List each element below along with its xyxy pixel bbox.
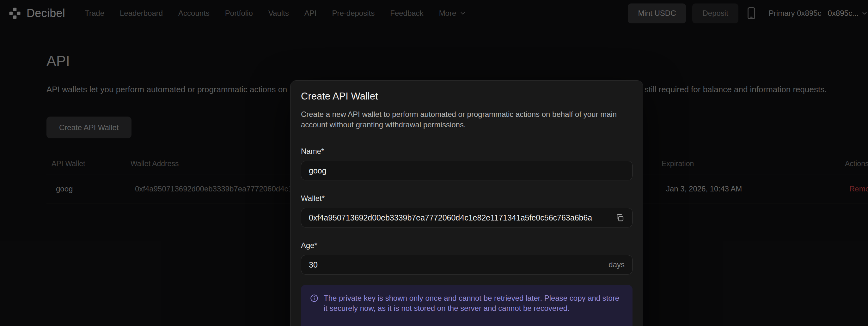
- wallet-input[interactable]: [309, 213, 610, 222]
- notice-text: The private key is shown only once and c…: [324, 293, 624, 313]
- create-api-wallet-modal: Create API Wallet Create a new API walle…: [290, 80, 643, 326]
- wallet-field-group: Wallet*: [301, 194, 632, 227]
- copy-icon: [615, 213, 625, 222]
- age-input-box: days: [301, 255, 632, 274]
- age-input[interactable]: [309, 260, 603, 269]
- modal-title: Create API Wallet: [301, 91, 632, 102]
- age-field-group: Age* days: [301, 241, 632, 274]
- age-unit-suffix: days: [609, 260, 625, 269]
- wallet-input-box: [301, 208, 632, 227]
- wallet-field-label: Wallet*: [301, 194, 632, 203]
- info-icon: [310, 294, 319, 326]
- name-field-group: Name*: [301, 147, 632, 181]
- name-input[interactable]: [309, 166, 625, 175]
- modal-description: Create a new API wallet to perform autom…: [301, 109, 632, 130]
- copy-wallet-button[interactable]: [615, 213, 625, 222]
- private-key-notice: The private key is shown only once and c…: [301, 285, 632, 326]
- age-field-label: Age*: [301, 241, 632, 250]
- notice-body: The private key is shown only once and c…: [324, 293, 624, 326]
- name-input-box: [301, 161, 632, 181]
- private-key-label: Private Key:: [324, 324, 624, 326]
- name-field-label: Name*: [301, 147, 632, 156]
